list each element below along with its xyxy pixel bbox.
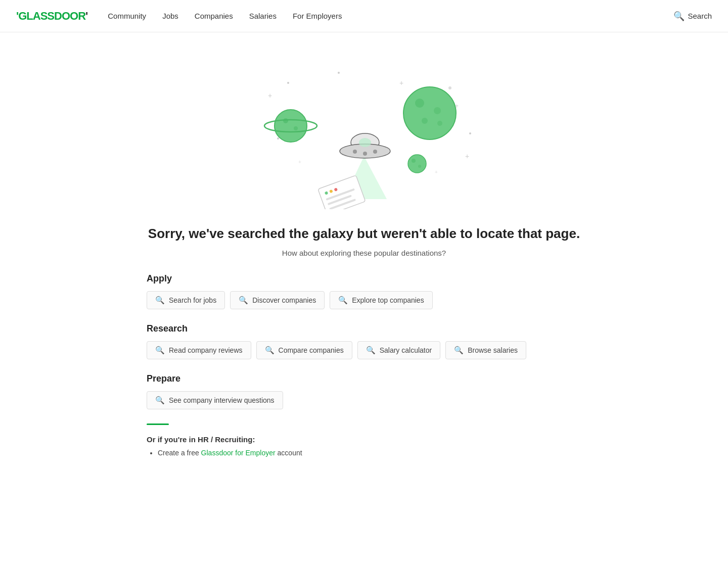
prepare-chips: 🔍 See company interview questions [147,391,581,409]
apply-chips: 🔍 Search for jobs 🔍 Discover companies 🔍… [147,291,581,309]
research-section: Research 🔍 Read company reviews 🔍 Compar… [147,323,581,359]
glassdoor-employer-link[interactable]: Glassdoor for Employer [201,449,276,457]
nav-for-employers[interactable]: For Employers [293,10,342,22]
svg-point-28 [363,152,367,156]
hr-item-prefix: Create a free [158,449,201,457]
svg-point-16 [403,87,456,139]
svg-point-6 [287,82,289,84]
svg-text:+: + [298,159,301,165]
research-chips: 🔍 Read company reviews 🔍 Compare compani… [147,341,581,359]
discover-companies-label: Discover companies [252,296,316,304]
browse-salaries-label: Browse salaries [468,346,518,354]
nav-companies[interactable]: Companies [195,10,233,22]
svg-point-22 [412,159,416,163]
error-illustration: + + + + + + [147,53,581,214]
search-icon: 🔍 [265,346,275,355]
research-section-title: Research [147,323,581,334]
navbar: 'GLASSDOOR' Community Jobs Companies Sal… [0,0,728,32]
space-illustration: + + + + + + [238,58,490,209]
svg-point-18 [434,107,441,114]
read-reviews-chip[interactable]: 🔍 Read company reviews [147,341,251,359]
green-divider [147,423,169,425]
svg-point-23 [418,165,421,168]
apply-section-title: Apply [147,273,581,284]
apply-section: Apply 🔍 Search for jobs 🔍 Discover compa… [147,273,581,309]
interview-questions-label: See company interview questions [169,396,275,404]
prepare-section: Prepare 🔍 See company interview question… [147,373,581,409]
svg-point-15 [294,126,298,130]
error-heading: Sorry, we've searched the galaxy but wer… [147,224,581,243]
nav-community[interactable]: Community [108,10,146,22]
nav-links: Community Jobs Companies Salaries For Em… [108,10,673,22]
svg-text:+: + [435,169,438,175]
hr-list-item: Create a free Glassdoor for Employer acc… [158,449,581,457]
svg-point-27 [353,150,357,154]
svg-text:+: + [268,91,272,100]
logo-text-green: 'GLASSDOOR [16,10,85,22]
main-content: + + + + + + [136,32,592,490]
nav-jobs[interactable]: Jobs [162,10,178,22]
logo-text-dark: ' [85,10,87,22]
salary-calculator-chip[interactable]: 🔍 Salary calculator [357,341,441,359]
svg-point-10 [277,137,279,139]
svg-text:+: + [465,152,469,160]
svg-point-30 [359,138,371,147]
browse-salaries-chip[interactable]: 🔍 Browse salaries [445,341,526,359]
svg-point-29 [373,150,377,154]
search-icon: 🔍 [155,396,165,405]
search-icon: 🔍 [673,11,685,22]
compare-companies-label: Compare companies [279,346,344,354]
search-label: Search [688,12,712,20]
svg-point-8 [338,72,340,74]
prepare-section-title: Prepare [147,373,581,384]
compare-companies-chip[interactable]: 🔍 Compare companies [256,341,352,359]
search-icon: 🔍 [155,296,165,305]
search-button[interactable]: 🔍 Search [673,11,712,22]
error-heading-block: Sorry, we've searched the galaxy but wer… [147,224,581,257]
search-icon: 🔍 [239,296,248,305]
logo[interactable]: 'GLASSDOOR' [16,10,87,23]
search-icon: 🔍 [454,346,464,355]
svg-point-11 [448,86,451,89]
explore-top-companies-label: Explore top companies [352,296,424,304]
explore-top-companies-chip[interactable]: 🔍 Explore top companies [330,291,432,309]
search-icon: 🔍 [338,296,348,305]
svg-text:+: + [399,79,403,87]
salary-calculator-label: Salary calculator [380,346,432,354]
svg-point-14 [283,118,288,123]
search-icon: 🔍 [366,346,376,355]
search-jobs-chip[interactable]: 🔍 Search for jobs [147,291,225,309]
discover-companies-chip[interactable]: 🔍 Discover companies [230,291,325,309]
read-reviews-label: Read company reviews [169,346,243,354]
svg-point-9 [469,132,471,134]
error-subheading: How about exploring these popular destin… [147,249,581,257]
hr-section: Or if you're in HR / Recruiting: Create … [147,435,581,457]
interview-questions-chip[interactable]: 🔍 See company interview questions [147,391,283,409]
svg-point-17 [415,99,424,108]
svg-point-19 [422,118,428,124]
search-jobs-label: Search for jobs [169,296,216,304]
svg-point-20 [437,121,442,126]
hr-title: Or if you're in HR / Recruiting: [147,435,581,444]
hr-list: Create a free Glassdoor for Employer acc… [147,449,581,457]
search-icon: 🔍 [155,346,165,355]
svg-point-12 [275,110,307,142]
svg-point-21 [408,155,426,173]
hr-item-suffix: account [276,449,302,457]
nav-salaries[interactable]: Salaries [249,10,277,22]
